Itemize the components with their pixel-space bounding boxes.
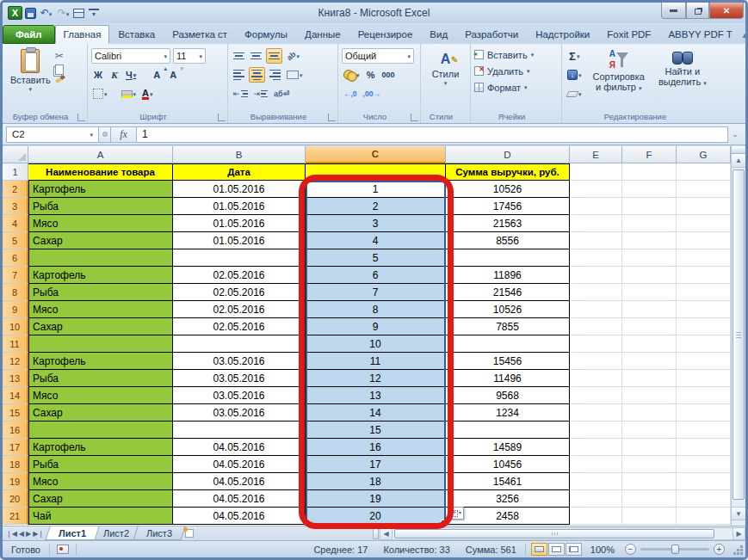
cell-D2[interactable]: 10526 (446, 181, 570, 198)
column-header-F[interactable]: F (622, 146, 677, 163)
horizontal-split-handle[interactable] (373, 528, 379, 539)
cell-A5[interactable]: Сахар (28, 232, 173, 249)
cell-A9[interactable]: Мясо (28, 301, 173, 318)
normal-view-button[interactable] (531, 543, 547, 556)
cell-A10[interactable]: Сахар (28, 318, 173, 335)
cell-B5[interactable]: 01.05.2016 (173, 232, 306, 249)
cell-D19[interactable]: 15461 (446, 473, 570, 490)
zoom-slider-thumb[interactable] (671, 545, 679, 554)
namebox-splitter[interactable] (99, 126, 111, 143)
cell-G4[interactable] (677, 215, 731, 232)
row-header-17[interactable]: 17 (3, 439, 28, 456)
row-header-9[interactable]: 9 (3, 301, 28, 318)
cell-G20[interactable] (677, 490, 731, 508)
cell-B1[interactable]: Дата (173, 163, 306, 181)
cell-B11[interactable] (173, 335, 306, 353)
cell-B16[interactable] (173, 422, 306, 439)
cell-F7[interactable] (622, 267, 677, 284)
cell-G21[interactable] (677, 508, 731, 525)
align-right-button[interactable] (268, 67, 282, 83)
cell-C19[interactable]: 18 (306, 473, 446, 490)
first-sheet-icon[interactable]: ❘◀ (6, 530, 17, 538)
cell-B21[interactable]: 04.05.2016 (173, 508, 306, 525)
cell-D12[interactable]: 15456 (446, 353, 570, 370)
increase-indent-button[interactable]: ⇥ (252, 86, 270, 102)
font-color-button[interactable]: А▾ (140, 86, 154, 102)
cell-A13[interactable]: Рыба (28, 370, 173, 387)
cell-G13[interactable] (677, 370, 731, 387)
formula-input[interactable]: 1 (137, 126, 728, 143)
cell-C17[interactable]: 16 (306, 439, 446, 456)
comma-style-button[interactable]: 000 (380, 67, 397, 83)
cell-D17[interactable]: 14589 (446, 439, 570, 456)
cell-F9[interactable] (622, 301, 677, 318)
ribbon-tab-файл[interactable]: Файл (3, 25, 55, 44)
cell-E14[interactable] (570, 387, 622, 404)
cell-D16[interactable] (446, 422, 570, 439)
row-header-6[interactable]: 6 (3, 249, 28, 267)
cell-B13[interactable]: 03.05.2016 (173, 370, 306, 387)
orientation-button[interactable]: ab▾ (285, 48, 301, 64)
cell-G5[interactable] (677, 232, 731, 249)
borders-button[interactable]: ▾ (91, 86, 109, 102)
cell-C10[interactable]: 9 (306, 318, 446, 335)
fill-color-button[interactable]: ▾ (120, 86, 139, 102)
cell-B18[interactable]: 04.05.2016 (173, 456, 306, 473)
align-bottom-button[interactable] (266, 48, 282, 64)
select-all-corner[interactable] (3, 146, 28, 163)
bold-button[interactable]: Ж (91, 67, 105, 83)
cell-B10[interactable]: 02.05.2016 (173, 318, 306, 335)
autofill-options-button[interactable]: ▾ (448, 507, 464, 520)
copy-icon[interactable] (55, 65, 64, 75)
row-header-7[interactable]: 7 (3, 267, 28, 284)
cell-A4[interactable]: Мясо (28, 215, 173, 232)
horizontal-scrollbar[interactable]: ◀ ▶ (373, 526, 745, 540)
cell-E5[interactable] (570, 232, 622, 249)
underline-button[interactable]: Ч▾ (124, 67, 138, 83)
cell-A18[interactable]: Рыба (28, 456, 173, 473)
cell-G15[interactable] (677, 404, 731, 422)
clear-button[interactable]: ▾ (566, 86, 584, 102)
minimize-button[interactable] (661, 3, 686, 19)
cell-F4[interactable] (622, 215, 677, 232)
ribbon-tab-вставка[interactable]: Вставка (109, 25, 164, 44)
cell-A12[interactable]: Картофель (28, 353, 173, 370)
cell-F5[interactable] (622, 232, 677, 249)
cell-C13[interactable]: 12 (306, 370, 446, 387)
font-dialog-launcher[interactable] (218, 114, 226, 121)
cell-F14[interactable] (622, 387, 677, 404)
cell-D15[interactable]: 1234 (446, 404, 570, 422)
cell-G18[interactable] (677, 456, 731, 473)
cell-B20[interactable]: 04.05.2016 (173, 490, 306, 508)
cell-C7[interactable]: 6 (306, 267, 446, 284)
cell-B12[interactable]: 03.05.2016 (173, 353, 306, 370)
cell-G16[interactable] (677, 422, 731, 439)
wrap-text-button[interactable]: а̲б⏎ (272, 86, 291, 102)
cell-C21[interactable]: 20 (306, 508, 446, 525)
cell-C2[interactable]: 1 (306, 181, 446, 198)
insert-cells-button[interactable]: Вставить▾ (474, 46, 558, 63)
cell-D9[interactable]: 10526 (446, 301, 570, 318)
cell-F1[interactable] (622, 163, 677, 181)
ribbon-tab-данные[interactable]: Данные (296, 25, 349, 44)
cell-E8[interactable] (570, 284, 622, 301)
cell-C14[interactable]: 13 (306, 387, 446, 404)
macro-record-icon[interactable] (57, 545, 69, 554)
row-header-12[interactable]: 12 (3, 353, 28, 370)
row-header-1[interactable]: 1 (3, 163, 28, 181)
clipboard-dialog-launcher[interactable] (77, 114, 85, 121)
cell-F6[interactable] (622, 249, 677, 267)
row-header-21[interactable]: 21 (3, 508, 28, 525)
format-cells-button[interactable]: Формат▾ (474, 79, 558, 95)
font-size-combo[interactable]: 11▾ (173, 48, 206, 64)
expand-formula-bar-icon[interactable]: ⌄ (728, 130, 742, 138)
decrease-decimal-button[interactable]: ,00→ (362, 86, 382, 102)
percent-style-button[interactable]: % (364, 67, 378, 83)
row-header-8[interactable]: 8 (3, 284, 28, 301)
font-family-combo[interactable]: Calibri▾ (91, 48, 170, 64)
grow-font-button[interactable]: А▲ (150, 67, 164, 83)
cell-A11[interactable] (28, 335, 173, 353)
cell-F16[interactable] (622, 422, 677, 439)
row-header-16[interactable]: 16 (3, 422, 28, 439)
cell-E4[interactable] (570, 215, 622, 232)
